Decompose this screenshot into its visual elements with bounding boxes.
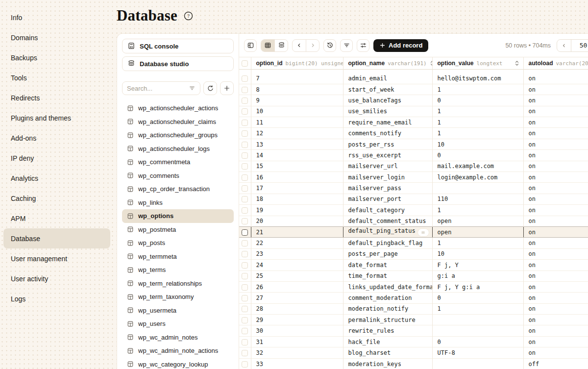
collapse-sidebar-button[interactable] — [244, 39, 257, 52]
row-checkbox[interactable] — [242, 87, 248, 93]
cell-option-id[interactable]: 18 — [251, 194, 343, 204]
table-list-item[interactable]: wp_postmeta — [122, 223, 234, 237]
row-checkbox[interactable] — [242, 328, 248, 334]
cell-autoload[interactable]: on — [523, 194, 588, 204]
table-list-item[interactable]: wp_posts — [122, 236, 234, 250]
table-row[interactable]: 22 default_pingback_flag 1 on — [239, 238, 588, 248]
structure-view-button[interactable] — [274, 40, 288, 51]
table-list-item[interactable]: wp_actionscheduler_claims — [122, 115, 234, 129]
table-row[interactable]: 32 blog_charset UTF-8 on — [239, 347, 588, 358]
cell-option-value[interactable]: 1 — [432, 238, 523, 248]
cell-option-name[interactable]: default_pingback_flag — [343, 238, 432, 248]
table-row[interactable]: 21 default_ping_status open on — [239, 226, 588, 237]
cell-option-name[interactable]: links_updated_date_format — [343, 281, 432, 292]
cell-option-name[interactable]: rss_use_excerpt — [343, 150, 432, 161]
cell-option-name[interactable]: time_format — [343, 271, 432, 281]
column-header-option-value[interactable]: option_value longtext — [432, 57, 523, 70]
prev-page-button[interactable] — [293, 40, 306, 51]
table-row[interactable]: 20 default_comment_status open on — [239, 216, 588, 226]
history-button[interactable] — [323, 39, 336, 52]
cell-autoload[interactable]: on — [523, 315, 588, 325]
row-checkbox[interactable] — [242, 196, 248, 202]
cell-option-value[interactable]: 1 — [432, 84, 523, 95]
cell-option-value[interactable] — [432, 325, 523, 336]
cell-option-value[interactable]: g:i a — [432, 271, 523, 281]
table-row[interactable]: 28 moderation_notify 1 on — [239, 303, 588, 314]
cell-option-name[interactable]: mailserver_port — [343, 194, 432, 204]
cell-option-value[interactable]: open — [432, 226, 523, 237]
cell-option-name[interactable]: default_ping_status — [343, 226, 432, 237]
table-list-item[interactable]: wp_term_taxonomy — [122, 290, 234, 304]
refresh-button[interactable] — [203, 81, 217, 95]
row-checkbox[interactable] — [242, 207, 248, 214]
cell-option-value[interactable]: 10 — [432, 248, 523, 259]
cell-option-value[interactable] — [432, 183, 523, 194]
table-row[interactable]: 12 comments_notify 1 on — [239, 128, 588, 139]
cell-option-name[interactable]: use_smilies — [343, 106, 432, 117]
cell-option-id[interactable]: 31 — [251, 336, 343, 347]
table-list-item[interactable]: wp_users — [122, 317, 234, 331]
table-list-item[interactable]: wp_wc_admin_notes — [122, 331, 234, 344]
cell-autoload[interactable]: on — [523, 106, 588, 117]
cell-option-id[interactable]: 25 — [251, 271, 343, 281]
table-row[interactable]: 27 comment_moderation 0 on — [239, 293, 588, 303]
page-size-value[interactable]: 50 — [571, 40, 588, 51]
cell-autoload[interactable]: on — [523, 183, 588, 194]
help-icon[interactable]: ? — [184, 11, 193, 21]
expand-row-button[interactable] — [417, 228, 429, 237]
cell-option-id[interactable]: 30 — [251, 325, 343, 336]
cell-option-id[interactable]: 17 — [251, 183, 343, 194]
cell-autoload[interactable]: on — [523, 84, 588, 95]
sidebar-item[interactable]: APM — [3, 208, 110, 228]
row-checkbox[interactable] — [242, 306, 248, 312]
select-all-checkbox[interactable] — [242, 60, 248, 67]
table-list-item[interactable]: wp_wc_category_lookup — [122, 358, 234, 369]
cell-option-id[interactable]: 12 — [251, 128, 343, 139]
cell-option-name[interactable]: start_of_week — [343, 84, 432, 95]
table-list-item[interactable]: wp_actionscheduler_groups — [122, 128, 234, 142]
table-list-item[interactable]: wp_commentmeta — [122, 155, 234, 169]
cell-option-name[interactable]: posts_per_page — [343, 248, 432, 259]
cell-autoload[interactable]: on — [523, 281, 588, 292]
table-row[interactable]: 17 mailserver_pass on — [239, 183, 588, 194]
cell-autoload[interactable]: on — [523, 303, 588, 314]
table-row[interactable]: 23 posts_per_page 10 on — [239, 248, 588, 259]
row-checkbox[interactable] — [242, 185, 248, 192]
cell-option-value[interactable]: 1 — [432, 106, 523, 117]
cell-option-id[interactable]: 28 — [251, 303, 343, 314]
table-list-item[interactable]: wp_options — [122, 209, 234, 223]
cell-option-value[interactable]: hello@itswptom.com — [432, 73, 523, 84]
sql-console-button[interactable]: SQL console — [122, 39, 234, 53]
next-page-button[interactable] — [306, 40, 319, 51]
filter-button[interactable] — [340, 39, 353, 52]
row-checkbox[interactable] — [242, 108, 248, 115]
cell-option-name[interactable]: rewrite_rules — [343, 325, 432, 336]
cell-option-value[interactable]: 0 — [432, 336, 523, 347]
cell-option-value[interactable] — [432, 358, 523, 369]
cell-option-id[interactable]: 19 — [251, 205, 343, 216]
sidebar-item[interactable]: Backups — [3, 48, 110, 68]
cell-option-value[interactable]: F j, Y — [432, 260, 523, 271]
cell-option-name[interactable]: default_comment_status — [343, 216, 432, 226]
cell-option-id[interactable]: 32 — [251, 347, 343, 358]
cell-option-name[interactable]: moderation_notify — [343, 303, 432, 314]
sidebar-item[interactable]: Domains — [3, 27, 110, 48]
table-row[interactable]: 9 use_balanceTags 0 on — [239, 95, 588, 106]
search-box[interactable] — [122, 81, 200, 95]
cell-option-id[interactable]: 15 — [251, 161, 343, 172]
cell-autoload[interactable]: on — [523, 226, 588, 237]
table-row[interactable]: 13 posts_per_rss 10 on — [239, 139, 588, 149]
cell-autoload[interactable]: on — [523, 248, 588, 259]
sidebar-item[interactable]: Plugins and themes — [3, 108, 110, 128]
cell-option-name[interactable]: comment_moderation — [343, 293, 432, 303]
sidebar-item[interactable]: Add-ons — [3, 128, 110, 148]
row-checkbox[interactable] — [242, 163, 248, 170]
cell-autoload[interactable]: on — [523, 205, 588, 216]
cell-autoload[interactable]: on — [523, 150, 588, 161]
table-row[interactable]: 16 mailserver_login login@example.com on — [239, 172, 588, 183]
sidebar-item[interactable]: Info — [3, 7, 110, 27]
pager-prev-button[interactable] — [557, 40, 571, 51]
database-studio-button[interactable]: Database studio — [122, 56, 234, 71]
cell-autoload[interactable]: on — [523, 336, 588, 347]
table-row[interactable]: 29 permalink_structure on — [239, 315, 588, 325]
